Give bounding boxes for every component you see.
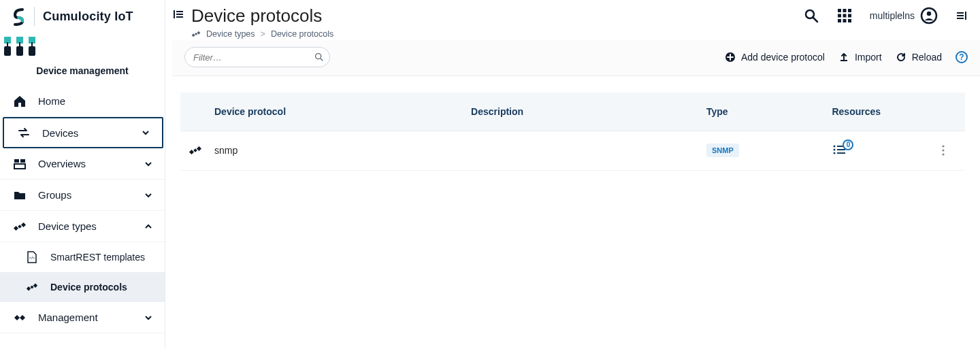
svg-point-38 (927, 12, 931, 16)
protocols-table: Device protocol Description Type Resourc… (180, 93, 965, 171)
svg-rect-9 (14, 159, 19, 163)
filter-input-wrap[interactable] (184, 47, 330, 67)
help-icon[interactable]: ? (956, 51, 968, 63)
svg-rect-34 (838, 19, 841, 22)
chevron-down-icon (144, 191, 152, 199)
sidebar-item-smartrest-templates[interactable]: </> SmartREST templates (0, 242, 165, 272)
right-panel-icon[interactable] (172, 8, 184, 20)
sidebar-item-label: Device protocols (50, 282, 127, 293)
svg-rect-20 (176, 11, 183, 12)
reload-button[interactable]: Reload (896, 52, 942, 63)
sidebar-item-devices[interactable]: Devices (3, 117, 163, 148)
svg-rect-55 (837, 152, 845, 154)
sidebar-item-label: Groups (38, 189, 71, 201)
svg-rect-19 (174, 10, 175, 18)
sidebar: Cumulocity IoT Device management Home (0, 0, 165, 349)
sidebar-item-label: Device types (38, 220, 97, 232)
sidebar-item-device-protocols[interactable]: Device protocols (0, 272, 165, 302)
svg-point-50 (834, 145, 836, 147)
add-device-protocol-button[interactable]: Add device protocol (725, 52, 825, 63)
svg-rect-30 (848, 9, 851, 12)
top-actions: multiplelns (803, 5, 968, 24)
folder-icon (12, 188, 27, 202)
svg-rect-47 (189, 150, 194, 154)
svg-rect-32 (843, 14, 846, 18)
protocol-name: snmp (214, 145, 238, 156)
svg-rect-3 (4, 46, 11, 56)
import-button[interactable]: Import (838, 52, 882, 63)
svg-rect-25 (195, 33, 197, 35)
handshake-icon (12, 311, 27, 325)
resources-icon[interactable]: 0 (832, 144, 847, 156)
svg-rect-13 (21, 222, 26, 227)
svg-rect-33 (848, 14, 851, 18)
user-avatar-icon (920, 7, 938, 24)
topbar: Device protocols Device types > Device p… (165, 0, 980, 40)
chevron-down-icon (142, 129, 150, 137)
svg-rect-7 (19, 42, 20, 48)
breadcrumb: Device types > Device protocols (191, 27, 333, 39)
svg-rect-29 (843, 9, 846, 12)
svg-text:</>: </> (29, 256, 35, 260)
brand-name: Cumulocity IoT (43, 10, 133, 24)
filter-input[interactable] (193, 52, 308, 63)
search-icon (314, 52, 325, 63)
right-drawer-icon[interactable] (956, 10, 968, 22)
type-badge: SNMP (706, 144, 739, 157)
device-types-submenu: </> SmartREST templates Device protocols (0, 242, 165, 302)
nav: Home Devices Overviews (0, 86, 165, 333)
svg-rect-22 (176, 16, 183, 18)
table-header-row: Device protocol Description Type Resourc… (180, 93, 965, 131)
svg-rect-18 (30, 285, 33, 288)
svg-rect-46 (840, 60, 847, 61)
col-protocol: Device protocol (180, 93, 463, 131)
chevron-down-icon (144, 314, 152, 322)
app-logo-icon (0, 30, 165, 61)
svg-rect-6 (7, 42, 8, 48)
search-icon[interactable] (803, 7, 819, 24)
sidebar-item-label: SmartREST templates (50, 252, 145, 263)
breadcrumb-separator: > (261, 29, 265, 39)
svg-rect-40 (957, 15, 964, 16)
svg-rect-36 (848, 19, 851, 22)
svg-point-56 (942, 145, 944, 147)
upload-icon (838, 52, 849, 63)
sidebar-item-management[interactable]: Management (0, 302, 165, 333)
table-row[interactable]: snmp SNMP 0 (180, 131, 965, 170)
svg-rect-23 (192, 33, 195, 37)
svg-rect-10 (20, 159, 25, 163)
sidebar-item-overviews[interactable]: Overviews (0, 148, 165, 180)
svg-rect-4 (16, 46, 23, 56)
file-code-icon: </> (24, 251, 39, 263)
svg-rect-28 (838, 9, 841, 12)
col-type: Type (698, 93, 823, 131)
sidebar-item-home[interactable]: Home (0, 86, 165, 117)
sidebar-item-groups[interactable]: Groups (0, 180, 165, 211)
sidebar-item-label: Management (38, 312, 98, 323)
user-menu[interactable]: multiplelns (870, 7, 938, 24)
svg-rect-5 (29, 46, 35, 56)
svg-rect-24 (197, 31, 200, 35)
username-label: multiplelns (870, 10, 915, 21)
svg-rect-11 (14, 164, 25, 169)
svg-point-58 (942, 153, 944, 155)
satellite-icon (24, 281, 39, 293)
svg-rect-8 (31, 42, 33, 48)
satellite-icon (191, 29, 201, 39)
svg-line-27 (813, 18, 817, 22)
sidebar-item-device-types[interactable]: Device types (0, 211, 165, 242)
sidebar-item-label: Overviews (38, 158, 86, 169)
row-menu-icon[interactable] (942, 145, 957, 156)
svg-rect-49 (193, 148, 197, 152)
apps-grid-icon[interactable] (837, 8, 852, 23)
svg-rect-21 (176, 14, 183, 15)
breadcrumb-current: Device protocols (271, 29, 333, 39)
breadcrumb-root[interactable]: Device types (206, 29, 255, 39)
svg-point-54 (834, 152, 836, 154)
svg-rect-48 (197, 146, 201, 151)
app-name: Device management (0, 61, 165, 86)
svg-rect-17 (33, 284, 37, 288)
chevron-down-icon (144, 160, 152, 168)
col-resources: Resources (823, 93, 933, 131)
main: Device protocols Device types > Device p… (165, 0, 980, 349)
